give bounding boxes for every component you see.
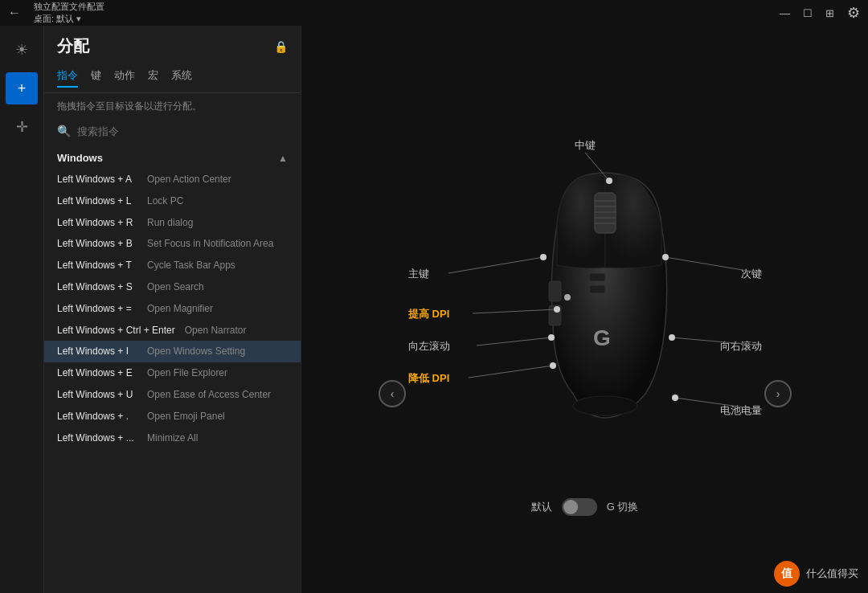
back-arrow[interactable]: ← — [8, 6, 21, 20]
search-row: 🔍 — [44, 120, 301, 142]
cmd-key: Left Windows + E — [57, 366, 137, 380]
cmd-key: Left Windows + ... — [57, 431, 137, 445]
sidebar-icon-plus[interactable]: + — [6, 72, 38, 104]
svg-point-29 — [672, 395, 678, 401]
cmd-desc: Open Action Center — [147, 173, 231, 186]
sidebar-icon-move[interactable]: ✛ — [6, 111, 38, 143]
cmd-key: Left Windows + R — [57, 216, 137, 230]
maximize-btn[interactable]: ☐ — [803, 7, 813, 19]
cmd-item-3[interactable]: Left Windows + B Set Focus in Notificati… — [44, 233, 301, 255]
tab-row: 指令 键 动作 宏 系统 — [44, 63, 301, 93]
cmd-item-4[interactable]: Left Windows + T Cycle Task Bar Apps — [44, 255, 301, 276]
svg-point-15 — [606, 178, 612, 184]
tab-system[interactable]: 系统 — [171, 68, 192, 88]
svg-line-22 — [477, 337, 551, 346]
cmd-key: Left Windows + B — [57, 237, 137, 251]
search-icon: 🔍 — [57, 125, 71, 137]
cmd-key: Left Windows + A — [57, 173, 137, 186]
title-info: 独立配置文件配置 桌面: 默认 ▾ — [34, 1, 104, 25]
cmd-desc: Open Ease of Access Center — [147, 388, 271, 402]
group-header-windows[interactable]: Windows ▲ — [44, 145, 301, 169]
title-bar: ← 独立配置文件配置 桌面: 默认 ▾ — ☐ ⊞ ⚙ — [0, 0, 868, 26]
svg-point-13 — [564, 294, 571, 301]
label-secondary-btn: 次键 — [741, 268, 762, 280]
cmd-item-7[interactable]: Left Windows + Ctrl + Enter Open Narrato… — [44, 320, 301, 341]
mouse-container: G 中键 主键 次键 — [344, 104, 826, 522]
cmd-item-1[interactable]: Left Windows + L Lock PC — [44, 190, 301, 212]
sub-title: 桌面: 默认 ▾ — [34, 13, 104, 25]
cmd-desc: Lock PC — [147, 194, 183, 208]
cmd-desc: Minimize All — [147, 431, 198, 445]
mouse-svg: G 中键 主键 次键 — [344, 104, 826, 522]
svg-point-19 — [662, 254, 669, 260]
cmd-desc: Open Magnifier — [147, 302, 213, 316]
cmd-desc: Cycle Task Bar Apps — [147, 259, 235, 272]
svg-rect-10 — [589, 285, 605, 293]
sidebar-icon-brightness[interactable]: ☀ — [6, 34, 38, 66]
watermark-icon: 值 — [774, 561, 800, 587]
cmd-item-0[interactable]: Left Windows + A Open Action Center — [44, 169, 301, 190]
svg-point-11 — [573, 396, 637, 415]
search-input[interactable] — [77, 125, 288, 137]
cmd-item-12[interactable]: Left Windows + ... Minimize All — [44, 427, 301, 449]
command-list: Windows ▲ Left Windows + A Open Action C… — [44, 142, 301, 593]
svg-text:‹: ‹ — [390, 387, 394, 400]
svg-line-20 — [473, 309, 557, 313]
cmd-key: Left Windows + S — [57, 280, 137, 294]
cmd-desc: Open File Explorer — [147, 366, 227, 380]
chevron-icon: ▲ — [278, 153, 288, 164]
cmd-key: Left Windows + . — [57, 410, 137, 423]
svg-rect-7 — [549, 281, 561, 301]
lock-icon: 🔒 — [274, 40, 288, 53]
drag-hint: 拖拽指令至目标设备以进行分配。 — [44, 93, 301, 120]
cmd-key: Left Windows + I — [57, 345, 137, 358]
svg-point-27 — [550, 362, 556, 369]
cmd-desc: Open Narrator — [185, 324, 247, 337]
svg-line-26 — [469, 366, 553, 378]
toggle-left-label: 默认 — [531, 500, 552, 514]
cmd-item-2[interactable]: Left Windows + R Run dialog — [44, 212, 301, 234]
label-main-btn: 主键 — [408, 268, 429, 280]
label-dpi-down: 降低 DPI — [408, 372, 449, 384]
right-panel: G 中键 主键 次键 — [301, 26, 868, 593]
cmd-item-11[interactable]: Left Windows + . Open Emoji Panel — [44, 406, 301, 427]
cmd-desc: Open Search — [147, 280, 204, 294]
label-scroll-left: 向左滚动 — [408, 340, 450, 352]
bottom-toggle: 默认 G 切换 — [531, 498, 639, 516]
cmd-desc: Open Emoji Panel — [147, 410, 225, 423]
minimize-btn[interactable]: — — [780, 7, 790, 19]
svg-rect-9 — [589, 273, 605, 281]
panel-header: 分配 🔒 — [44, 26, 301, 63]
cmd-item-9[interactable]: Left Windows + E Open File Explorer — [44, 362, 301, 384]
cmd-desc: Run dialog — [147, 216, 193, 230]
svg-point-23 — [548, 334, 555, 341]
main-title: 独立配置文件配置 — [34, 1, 104, 13]
cmd-item-5[interactable]: Left Windows + S Open Search — [44, 276, 301, 298]
svg-line-18 — [665, 257, 762, 273]
svg-rect-0 — [595, 193, 616, 233]
label-dpi-up: 提高 DPI — [407, 308, 449, 320]
svg-text:›: › — [776, 387, 780, 400]
cmd-item-10[interactable]: Left Windows + U Open Ease of Access Cen… — [44, 384, 301, 406]
cmd-items-container: Left Windows + A Open Action Center Left… — [44, 169, 301, 448]
gear-top-right[interactable]: ⚙ — [847, 4, 860, 22]
toggle-switch[interactable] — [562, 498, 597, 516]
svg-line-16 — [448, 257, 543, 273]
grid-btn[interactable]: ⊞ — [825, 7, 834, 19]
mouse-area: G 中键 主键 次键 — [301, 74, 868, 553]
cmd-key: Left Windows + T — [57, 259, 137, 272]
cmd-key: Left Windows + Ctrl + Enter — [57, 324, 175, 337]
tab-actions[interactable]: 动作 — [114, 68, 135, 88]
tab-keys[interactable]: 键 — [91, 68, 101, 88]
cmd-desc: Set Focus in Notification Area — [147, 237, 273, 251]
cmd-key: Left Windows + = — [57, 302, 137, 316]
tab-macros[interactable]: 宏 — [148, 68, 158, 88]
cmd-item-6[interactable]: Left Windows + = Open Magnifier — [44, 298, 301, 320]
group-name-windows: Windows — [57, 152, 103, 164]
panel-title: 分配 — [57, 35, 89, 57]
cmd-item-8[interactable]: Left Windows + I Open Windows Setting — [44, 341, 301, 362]
toggle-right-label: G 切换 — [607, 500, 639, 514]
window-controls: — ☐ ⊞ ⚙ — [780, 4, 860, 22]
cmd-desc: Open Windows Setting — [147, 345, 245, 358]
tab-commands[interactable]: 指令 — [57, 68, 78, 88]
